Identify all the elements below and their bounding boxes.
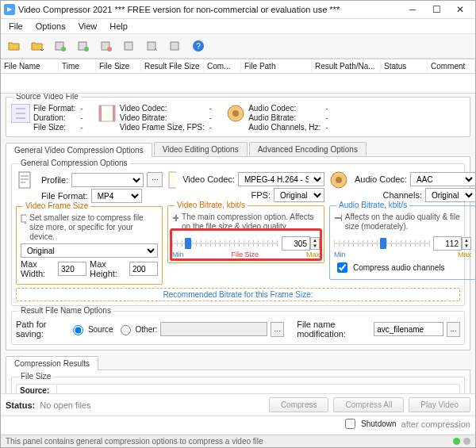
menubar: File Options View Help: [1, 19, 475, 34]
video-bitrate-input[interactable]: [282, 236, 310, 251]
tb-button-5[interactable]: [96, 36, 117, 56]
max-width-input[interactable]: [58, 262, 86, 276]
statusbar-text: This panel contains general compression …: [6, 437, 263, 446]
svg-point-3: [61, 47, 66, 52]
tab-advanced[interactable]: Advanced Encoding Options: [249, 142, 367, 156]
tb-button-4[interactable]: [73, 36, 94, 56]
val-frame-fps: -: [209, 123, 212, 132]
audio-bitrate-spinner[interactable]: ▲▼: [462, 237, 471, 250]
tab-general[interactable]: General Video Compression Options: [6, 143, 152, 157]
path-source-label: Source: [88, 325, 113, 334]
tab-results[interactable]: Compression Results: [6, 356, 98, 370]
tab-editing[interactable]: Video Editing Options: [154, 142, 248, 156]
shutdown-checkbox[interactable]: [345, 419, 355, 429]
frame-size-select[interactable]: Original: [21, 243, 158, 258]
vbr-max: Max: [306, 251, 320, 258]
app-icon: [4, 4, 15, 15]
svg-rect-24: [175, 215, 177, 221]
lbl-out-acodec: Audio Codec:: [355, 174, 407, 184]
col-rpath[interactable]: Result Path/Na...: [312, 59, 381, 73]
status-label: Status:: [6, 400, 35, 410]
menu-file[interactable]: File: [4, 21, 28, 32]
speaker-small-icon: [329, 170, 348, 190]
channels-select[interactable]: Original: [425, 188, 475, 202]
file-grid-body[interactable]: [1, 74, 475, 94]
filename-mod-button[interactable]: …: [447, 322, 460, 337]
svg-rect-10: [171, 42, 178, 50]
minimize-button[interactable]: ─: [401, 2, 424, 17]
path-other-label: Other:: [136, 325, 158, 334]
compress-all-button[interactable]: Compress All: [333, 397, 404, 412]
svg-rect-19: [19, 172, 30, 188]
fps-select[interactable]: Original: [274, 188, 324, 202]
video-codec-select[interactable]: MPEG-4 H.264 - Standar: [238, 172, 324, 186]
video-bitrate-slider[interactable]: [172, 237, 278, 250]
compress-button[interactable]: Compress: [269, 397, 329, 412]
slider-icon: [172, 213, 178, 224]
maximize-button[interactable]: ☐: [424, 2, 448, 17]
audio-bitrate-input[interactable]: [433, 236, 462, 251]
video-bitrate-group: Video Bitrate, kbit/s The main compressi…: [167, 205, 324, 263]
film-strip-icon: [167, 170, 176, 190]
titlebar: Video Compressor 2021 *** FREE version f…: [1, 1, 475, 19]
film-icon: [98, 104, 117, 123]
audio-bitrate-slider[interactable]: [334, 237, 430, 250]
profile-select[interactable]: [71, 173, 144, 187]
svg-rect-22: [169, 172, 176, 188]
lbl-fps: FPS:: [251, 190, 271, 200]
max-height-input[interactable]: [129, 262, 158, 276]
led-green-icon: [453, 438, 460, 445]
svg-rect-16: [113, 105, 115, 121]
lbl-acodec: Audio Codec:: [248, 104, 321, 113]
col-path[interactable]: File Path: [241, 59, 312, 73]
file-format-select[interactable]: MP4: [91, 189, 142, 203]
val-acodec: -: [325, 104, 328, 113]
tb-button-6[interactable]: [119, 36, 140, 56]
lbl-out-vcodec: Video Codec:: [182, 174, 235, 184]
val-duration: -: [80, 113, 83, 122]
col-resultsize[interactable]: Result File Size: [141, 59, 204, 73]
profile-more-button[interactable]: ⋯: [147, 172, 163, 187]
svg-text:?: ?: [196, 42, 201, 51]
speaker-icon: [226, 104, 245, 123]
val-file-size: -: [80, 123, 83, 132]
val-file-format: -: [80, 104, 83, 113]
lbl-abitrate: Audio Bitrate:: [248, 113, 321, 122]
lbl-profile: Profile:: [41, 175, 68, 185]
lbl-ach: Audio Channels, Hz:: [248, 123, 321, 132]
svg-rect-8: [125, 42, 132, 50]
open-folder-button[interactable]: [4, 36, 25, 56]
col-comment[interactable]: Comment: [428, 59, 475, 73]
path-source-radio[interactable]: [73, 325, 83, 335]
browse-path-button[interactable]: …: [271, 322, 284, 337]
tb-button-8[interactable]: [165, 36, 186, 56]
results-source-value: [57, 385, 460, 394]
tb-button-7[interactable]: [142, 36, 163, 56]
video-bitrate-spinner[interactable]: ▲▼: [310, 237, 320, 250]
compress-audio-checkbox[interactable]: [337, 262, 347, 273]
col-time[interactable]: Time: [59, 59, 96, 73]
close-button[interactable]: ✕: [448, 2, 472, 17]
col-status[interactable]: Status: [381, 59, 428, 73]
menu-options[interactable]: Options: [31, 21, 71, 32]
col-size[interactable]: File Size: [96, 59, 141, 73]
play-video-button[interactable]: Play Video: [409, 397, 470, 412]
menu-help[interactable]: Help: [105, 21, 132, 32]
col-com[interactable]: Com...: [204, 59, 241, 73]
file-grid-header: File Name Time File Size Result File Siz…: [1, 59, 475, 74]
open-dropdown-button[interactable]: [27, 36, 48, 56]
path-other-radio[interactable]: [121, 325, 131, 335]
lbl-path: Path for saving:: [16, 320, 66, 339]
audio-codec-select[interactable]: AAC: [410, 172, 475, 186]
menu-view[interactable]: View: [74, 21, 102, 32]
val-vbitrate: -: [209, 113, 212, 122]
results-table: Source: Result:: [16, 384, 460, 393]
tb-button-3[interactable]: [50, 36, 71, 56]
help-button[interactable]: ?: [188, 36, 209, 56]
result-filename-group: Result File Name Options Path for saving…: [11, 311, 465, 345]
svg-point-18: [232, 110, 239, 117]
lbl-out-format: File Format:: [41, 191, 88, 201]
results-filesize-title: File Size: [18, 372, 53, 381]
col-filename[interactable]: File Name: [1, 59, 59, 73]
filename-mod-input[interactable]: [374, 322, 443, 336]
